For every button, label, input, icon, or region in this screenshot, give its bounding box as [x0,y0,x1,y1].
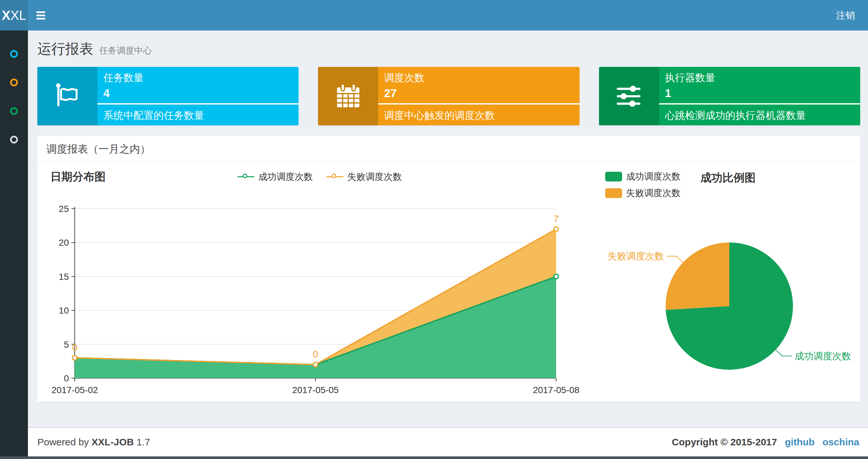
date-distribution-chart: 05101520252017-05-022017-05-052017-05-08… [37,162,602,401]
info-box-value: 4 [103,87,292,100]
app-logo[interactable]: XXL [0,0,28,31]
sidebar-item-report[interactable] [0,40,28,68]
info-box-triggers: 调度次数 27 调度中心触发的调度次数 [318,67,579,125]
svg-text:2017-05-05: 2017-05-05 [292,385,339,395]
svg-text:20: 20 [59,238,69,248]
powered-by: Powered by XXL-JOB 1.7 [37,436,150,448]
copyright-text: Copyright © 2015-2017 [672,436,777,448]
page-subtitle: 任务调度中心 [99,46,152,56]
svg-text:0: 0 [72,342,78,353]
info-box-divider [659,103,860,104]
circle-outline-icon [10,107,18,115]
product-version: 1.7 [136,436,150,447]
sidebar-item-executors[interactable] [0,97,28,125]
powered-by-text: Powered by [37,436,89,447]
sidebar-item-jobs[interactable] [0,68,28,97]
circle-outline-icon [10,136,18,143]
circle-outline-icon [10,50,18,58]
info-box-content: 调度次数 27 调度中心触发的调度次数 [378,67,579,125]
page-title: 运行报表 [37,41,93,57]
info-box-desc: 调度中心触发的调度次数 [384,109,573,122]
svg-text:0: 0 [313,349,318,359]
logo-text-bold: X [2,8,10,23]
panel-title: 调度报表（一月之内） [37,136,860,162]
svg-text:15: 15 [59,272,69,282]
info-box-content: 任务数量 4 系统中配置的任务数量 [97,67,299,125]
svg-text:5: 5 [64,339,69,350]
main-content: 运行报表 任务调度中心 任务数量 4 系统中配置的任务数量 [28,31,868,402]
info-box-value: 27 [384,87,573,100]
info-box-row: 任务数量 4 系统中配置的任务数量 调度次数 [28,67,868,125]
info-box-desc: 系统中配置的任务数量 [103,109,292,122]
success-ratio-pie-chart: 成功调度次数失败调度次数 [604,162,861,401]
sidebar-menu [0,31,28,154]
info-box-label: 执行器数量 [665,72,854,84]
circle-outline-icon [10,78,18,86]
info-box-jobs: 任务数量 4 系统中配置的任务数量 [37,67,299,125]
panel-body: 日期分布图 成功调度次数 失败调度次数 成功调度次数 失败调 [37,162,860,401]
info-box-label: 任务数量 [103,72,292,84]
info-box-content: 执行器数量 1 心跳检测成功的执行器机器数量 [659,67,860,125]
info-box-executors: 执行器数量 1 心跳检测成功的执行器机器数量 [599,67,860,125]
sidebar-item-logs[interactable] [0,125,28,154]
info-box-value: 1 [665,87,854,100]
oschina-link[interactable]: oschina [823,436,859,448]
sidebar [0,31,28,459]
github-link[interactable]: github [785,436,815,448]
svg-text:25: 25 [59,204,69,214]
info-box-divider [97,103,299,104]
calendar-icon [318,67,378,125]
navbar: XXL 注销 [0,0,868,31]
svg-text:0: 0 [64,373,69,383]
hamburger-menu-icon[interactable] [36,11,45,20]
logo-text-light: XL [10,8,26,23]
info-box-desc: 心跳检测成功的执行器机器数量 [665,109,854,122]
info-box-label: 调度次数 [384,72,573,84]
footer-right: Copyright © 2015-2017 github oschina [672,436,859,448]
svg-text:7: 7 [554,213,559,224]
report-panel: 调度报表（一月之内） 日期分布图 成功调度次数 失败调度次数 成功调度次数 [37,136,860,402]
info-box-divider [378,103,579,104]
flag-icon [37,67,97,125]
svg-text:失败调度次数: 失败调度次数 [608,251,664,261]
product-name: XXL-JOB [92,436,134,447]
window-bottom-edge [0,456,868,459]
logout-link[interactable]: 注销 [823,0,868,31]
footer: Powered by XXL-JOB 1.7 Copyright © 2015-… [28,427,868,456]
page-header: 运行报表 任务调度中心 [28,31,868,67]
svg-text:2017-05-02: 2017-05-02 [51,385,98,395]
sliders-icon [599,67,659,125]
svg-text:成功调度次数: 成功调度次数 [795,351,851,361]
svg-text:10: 10 [59,305,69,316]
svg-text:2017-05-08: 2017-05-08 [533,385,579,395]
